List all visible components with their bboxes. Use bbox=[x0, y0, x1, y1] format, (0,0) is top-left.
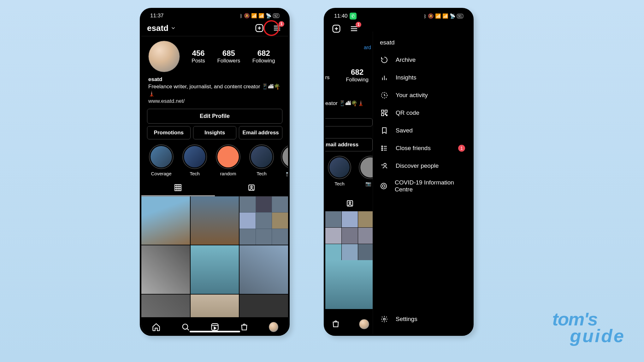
svg-line-14 bbox=[187, 329, 189, 330]
menu-insights[interactable]: Insights bbox=[373, 69, 472, 86]
background-profile-slice: ard 682 Following ers eator 📱🏙🌴🗼 Email a… bbox=[325, 32, 374, 334]
username-label: esatd bbox=[147, 23, 168, 33]
highlight-item[interactable]: Tech bbox=[247, 144, 276, 177]
notification-badge: 1 bbox=[356, 22, 361, 27]
tagged-tab[interactable] bbox=[325, 196, 374, 211]
profile-tab[interactable] bbox=[269, 322, 278, 332]
highlight-item[interactable]: Tech bbox=[325, 156, 354, 187]
create-button[interactable] bbox=[331, 23, 342, 34]
highlights-row[interactable]: Coverage Tech random Tech 📷 bbox=[141, 143, 288, 178]
menu-covid[interactable]: COVID-19 Information Centre bbox=[373, 175, 472, 197]
bio-link[interactable]: www.esatd.net/ bbox=[148, 98, 281, 105]
promotions-button[interactable]: Promotions bbox=[147, 126, 191, 139]
bio-text: Freelance writer, journalist, and conten… bbox=[148, 83, 281, 98]
info-icon bbox=[380, 182, 388, 190]
menu-saved[interactable]: Saved bbox=[373, 122, 472, 139]
clock-icon bbox=[380, 91, 389, 100]
signal-icon: 📶 bbox=[435, 13, 441, 19]
reels-tab[interactable] bbox=[210, 322, 220, 332]
grid-post[interactable] bbox=[141, 245, 190, 294]
status-bar: 11:37 ᛒ 🔕 📶 📶 📡 92 bbox=[141, 9, 288, 21]
qr-icon bbox=[380, 108, 389, 117]
tagged-tab[interactable] bbox=[215, 180, 288, 196]
username-switcher[interactable]: esatd bbox=[147, 23, 176, 33]
svg-point-13 bbox=[182, 324, 187, 329]
highlight-item[interactable]: 📷 bbox=[359, 156, 374, 187]
chevron-down-icon bbox=[170, 23, 176, 33]
grid-post[interactable] bbox=[239, 196, 288, 245]
highlight-item[interactable]: random bbox=[214, 144, 242, 177]
svg-rect-15 bbox=[211, 324, 218, 330]
svg-rect-6 bbox=[175, 184, 181, 191]
status-bar: 11:40✆ ᛒ 🔕 📶 📶 📡 91 bbox=[325, 9, 472, 21]
svg-point-12 bbox=[251, 186, 252, 188]
add-person-icon bbox=[380, 161, 389, 170]
annotation-circle bbox=[263, 20, 279, 36]
following-count: 682 bbox=[346, 68, 369, 77]
home-indicator bbox=[190, 331, 240, 332]
profile-tab[interactable] bbox=[359, 319, 369, 329]
menu-archive[interactable]: Archive bbox=[373, 51, 472, 69]
grid-post[interactable] bbox=[141, 196, 190, 245]
settings-menu: esatd Archive Insights Your activity QR … bbox=[373, 32, 472, 334]
insights-button[interactable]: Insights bbox=[193, 126, 237, 139]
notification-badge: 1 bbox=[458, 145, 465, 152]
grid-tab[interactable] bbox=[141, 180, 215, 196]
grid-post[interactable] bbox=[239, 245, 288, 294]
svg-point-36 bbox=[382, 148, 383, 149]
wifi-icon: 📡 bbox=[450, 13, 456, 19]
svg-point-44 bbox=[382, 185, 385, 187]
shop-tab[interactable] bbox=[331, 319, 340, 329]
bio-name: esatd bbox=[148, 76, 281, 83]
svg-rect-33 bbox=[386, 115, 387, 116]
svg-point-24 bbox=[349, 202, 351, 203]
signal-icon: 📶 bbox=[442, 13, 448, 19]
svg-point-34 bbox=[382, 146, 383, 147]
svg-point-45 bbox=[383, 318, 385, 320]
gear-icon bbox=[380, 315, 389, 324]
posts-stat[interactable]: 456Posts bbox=[192, 49, 205, 64]
bluetooth-icon: ᛒ bbox=[240, 13, 243, 19]
email-button[interactable]: Email address bbox=[325, 138, 373, 151]
grid-slice bbox=[325, 211, 374, 309]
menu-close-friends[interactable]: Close friends1 bbox=[373, 139, 472, 157]
search-tab[interactable] bbox=[181, 322, 190, 332]
edit-profile-fragment[interactable] bbox=[325, 118, 373, 126]
svg-rect-31 bbox=[381, 114, 384, 116]
home-tab[interactable] bbox=[151, 322, 161, 332]
toms-guide-logo: tom's guide bbox=[552, 308, 625, 346]
highlight-item[interactable]: 📷 bbox=[281, 144, 288, 177]
grid-post[interactable] bbox=[191, 196, 239, 245]
followers-stat[interactable]: 685Followers bbox=[217, 49, 240, 64]
menu-discover[interactable]: Discover people bbox=[373, 157, 472, 175]
grid-post[interactable] bbox=[191, 245, 239, 294]
phone-right: 11:40✆ ᛒ 🔕 📶 📶 📡 91 1 ard 682 Following … bbox=[324, 8, 474, 336]
dnd-icon: 🔕 bbox=[428, 13, 434, 19]
bookmark-icon bbox=[380, 126, 389, 135]
status-time: 11:37 bbox=[150, 13, 164, 19]
status-indicators: ᛒ 🔕 📶 📶 📡 92 bbox=[240, 13, 279, 19]
edit-profile-button[interactable]: Edit Profile bbox=[147, 109, 282, 124]
highlight-item[interactable]: Tech bbox=[180, 144, 209, 177]
whatsapp-icon: ✆ bbox=[350, 13, 357, 20]
phone-left: 11:37 ᛒ 🔕 📶 📶 📡 92 esatd 1 bbox=[140, 8, 290, 336]
profile-header: 1 bbox=[325, 21, 472, 37]
following-stat[interactable]: 682Following bbox=[252, 49, 275, 64]
wifi-icon: 📡 bbox=[266, 13, 272, 19]
menu-settings[interactable]: Settings bbox=[373, 310, 472, 328]
menu-activity[interactable]: Your activity bbox=[373, 86, 472, 104]
create-button[interactable] bbox=[254, 23, 265, 33]
profile-stats-row: 456Posts 685Followers 682Following bbox=[141, 36, 288, 75]
avatar[interactable] bbox=[148, 41, 180, 72]
archive-icon bbox=[380, 55, 389, 64]
shop-tab[interactable] bbox=[239, 322, 249, 332]
highlight-item[interactable]: Coverage bbox=[147, 144, 175, 177]
svg-rect-30 bbox=[385, 110, 387, 112]
menu-qr[interactable]: QR code bbox=[373, 104, 472, 122]
dnd-icon: 🔕 bbox=[244, 13, 250, 19]
dashboard-link[interactable]: ard bbox=[364, 45, 371, 50]
email-button[interactable]: Email address bbox=[239, 126, 282, 139]
following-label: Following bbox=[346, 77, 369, 83]
menu-button[interactable]: 1 bbox=[349, 23, 359, 34]
svg-point-40 bbox=[384, 163, 386, 166]
